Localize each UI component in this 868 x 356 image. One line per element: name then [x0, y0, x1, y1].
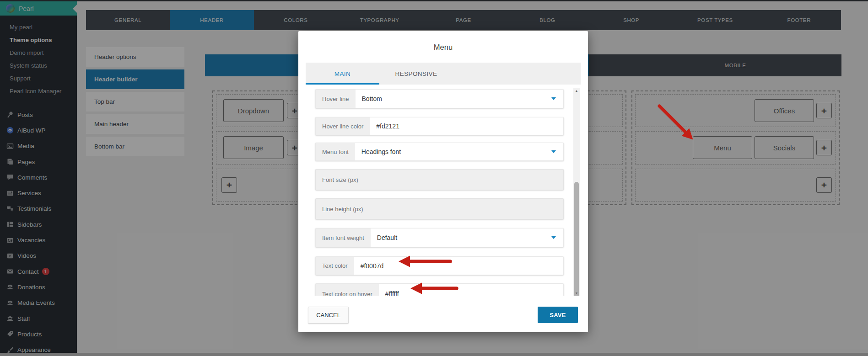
dialog-title: Menu	[298, 31, 588, 57]
cancel-button[interactable]: CANCEL	[308, 307, 349, 324]
field-hover-line[interactable]: Hover line Bottom	[315, 89, 564, 108]
field-menu-font[interactable]: Menu font Headings font	[315, 143, 564, 161]
field-hover-line-color[interactable]: Hover line color #fd2121	[315, 117, 564, 135]
scroll-up-icon[interactable]: ▲	[573, 88, 580, 93]
dialog-scrollbar[interactable]: ▲ ▼	[573, 88, 580, 296]
field-line-height[interactable]: Line height (px)	[315, 198, 564, 219]
save-button[interactable]: SAVE	[538, 307, 578, 323]
field-text-color-on-hover[interactable]: Text color on hover #ffffff	[315, 283, 564, 296]
chevron-down-icon[interactable]	[551, 97, 556, 100]
dialog-scroll-area: Hover line Bottom Hover line color #fd21…	[306, 88, 581, 296]
field-item-font-weight[interactable]: Item font weight Default	[315, 228, 564, 247]
tab-responsive[interactable]: RESPONSIVE	[379, 63, 453, 85]
chevron-down-icon[interactable]	[551, 150, 556, 153]
dialog-tabs: MAIN RESPONSIVE	[306, 63, 581, 85]
scroll-down-icon[interactable]: ▼	[573, 290, 580, 296]
page: Pearl My pearl Theme options Demo import…	[0, 0, 868, 356]
scrollbar-thumb[interactable]	[574, 182, 579, 296]
field-text-color[interactable]: Text color #f0007d	[315, 256, 564, 275]
field-font-size[interactable]: Font size (px)	[315, 169, 564, 190]
chevron-down-icon[interactable]	[551, 236, 556, 239]
menu-settings-dialog: Menu MAIN RESPONSIVE Hover line Bottom H…	[298, 31, 588, 332]
tab-main[interactable]: MAIN	[306, 63, 379, 85]
